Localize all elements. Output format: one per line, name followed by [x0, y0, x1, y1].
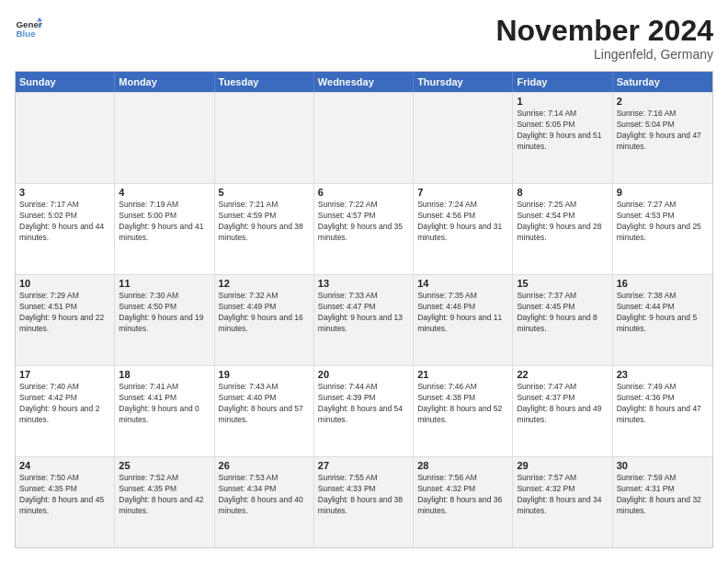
day-header-sunday: Sunday [16, 72, 115, 92]
day-cell-25: 25Sunrise: 7:52 AM Sunset: 4:35 PM Dayli… [115, 457, 214, 547]
day-number: 19 [219, 369, 310, 380]
day-info: Sunrise: 7:55 AM Sunset: 4:33 PM Dayligh… [318, 473, 409, 517]
day-number: 10 [19, 278, 110, 289]
day-number: 6 [318, 187, 409, 198]
svg-text:Blue: Blue [17, 29, 37, 39]
page: General Blue November 2024 Lingenfeld, G… [0, 0, 728, 563]
day-cell-30: 30Sunrise: 7:59 AM Sunset: 4:31 PM Dayli… [613, 457, 712, 547]
day-header-friday: Friday [513, 72, 612, 92]
calendar-row-2: 10Sunrise: 7:29 AM Sunset: 4:51 PM Dayli… [16, 274, 712, 365]
day-number: 13 [318, 278, 409, 289]
title-block: November 2024 Lingenfeld, Germany [495, 15, 713, 62]
day-info: Sunrise: 7:25 AM Sunset: 4:54 PM Dayligh… [517, 200, 608, 244]
calendar: SundayMondayTuesdayWednesdayThursdayFrid… [15, 71, 713, 548]
day-cell-17: 17Sunrise: 7:40 AM Sunset: 4:42 PM Dayli… [16, 366, 115, 456]
day-header-thursday: Thursday [414, 72, 513, 92]
day-info: Sunrise: 7:22 AM Sunset: 4:57 PM Dayligh… [318, 200, 409, 244]
day-info: Sunrise: 7:53 AM Sunset: 4:34 PM Dayligh… [219, 473, 310, 517]
day-header-saturday: Saturday [613, 72, 712, 92]
day-number: 4 [119, 187, 210, 198]
day-info: Sunrise: 7:33 AM Sunset: 4:47 PM Dayligh… [318, 291, 409, 335]
day-info: Sunrise: 7:41 AM Sunset: 4:41 PM Dayligh… [119, 382, 210, 426]
day-cell-11: 11Sunrise: 7:30 AM Sunset: 4:50 PM Dayli… [115, 275, 214, 365]
day-cell-10: 10Sunrise: 7:29 AM Sunset: 4:51 PM Dayli… [16, 275, 115, 365]
day-cell-2: 2Sunrise: 7:16 AM Sunset: 5:04 PM Daylig… [613, 93, 712, 183]
day-number: 26 [219, 460, 310, 471]
day-info: Sunrise: 7:46 AM Sunset: 4:38 PM Dayligh… [417, 382, 508, 426]
day-number: 24 [19, 460, 110, 471]
day-number: 14 [417, 278, 508, 289]
day-cell-28: 28Sunrise: 7:56 AM Sunset: 4:32 PM Dayli… [414, 457, 513, 547]
day-number: 3 [19, 187, 110, 198]
day-info: Sunrise: 7:56 AM Sunset: 4:32 PM Dayligh… [417, 473, 508, 517]
empty-cell-0-2 [215, 93, 314, 183]
day-cell-9: 9Sunrise: 7:27 AM Sunset: 4:53 PM Daylig… [613, 184, 712, 274]
day-cell-21: 21Sunrise: 7:46 AM Sunset: 4:38 PM Dayli… [414, 366, 513, 456]
day-cell-29: 29Sunrise: 7:57 AM Sunset: 4:32 PM Dayli… [513, 457, 612, 547]
day-cell-13: 13Sunrise: 7:33 AM Sunset: 4:47 PM Dayli… [314, 275, 414, 365]
day-info: Sunrise: 7:21 AM Sunset: 4:59 PM Dayligh… [219, 200, 310, 244]
day-cell-27: 27Sunrise: 7:55 AM Sunset: 4:33 PM Dayli… [314, 457, 414, 547]
day-cell-16: 16Sunrise: 7:38 AM Sunset: 4:44 PM Dayli… [613, 275, 712, 365]
day-number: 9 [617, 187, 709, 198]
day-number: 29 [517, 460, 608, 471]
day-cell-8: 8Sunrise: 7:25 AM Sunset: 4:54 PM Daylig… [513, 184, 612, 274]
day-info: Sunrise: 7:43 AM Sunset: 4:40 PM Dayligh… [219, 382, 310, 426]
month-title: November 2024 [495, 15, 713, 47]
calendar-body: 1Sunrise: 7:14 AM Sunset: 5:05 PM Daylig… [16, 92, 712, 547]
day-info: Sunrise: 7:16 AM Sunset: 5:04 PM Dayligh… [617, 109, 709, 153]
day-number: 28 [417, 460, 508, 471]
day-info: Sunrise: 7:52 AM Sunset: 4:35 PM Dayligh… [119, 473, 210, 517]
day-number: 27 [318, 460, 409, 471]
empty-cell-0-1 [115, 93, 214, 183]
day-number: 21 [417, 369, 508, 380]
day-cell-15: 15Sunrise: 7:37 AM Sunset: 4:45 PM Dayli… [513, 275, 612, 365]
day-info: Sunrise: 7:32 AM Sunset: 4:49 PM Dayligh… [219, 291, 310, 335]
day-cell-5: 5Sunrise: 7:21 AM Sunset: 4:59 PM Daylig… [215, 184, 314, 274]
day-info: Sunrise: 7:50 AM Sunset: 4:35 PM Dayligh… [19, 473, 110, 517]
day-cell-1: 1Sunrise: 7:14 AM Sunset: 5:05 PM Daylig… [513, 93, 612, 183]
day-number: 11 [119, 278, 210, 289]
day-info: Sunrise: 7:49 AM Sunset: 4:36 PM Dayligh… [617, 382, 709, 426]
day-info: Sunrise: 7:30 AM Sunset: 4:50 PM Dayligh… [119, 291, 210, 335]
day-info: Sunrise: 7:44 AM Sunset: 4:39 PM Dayligh… [318, 382, 409, 426]
day-cell-19: 19Sunrise: 7:43 AM Sunset: 4:40 PM Dayli… [215, 366, 314, 456]
day-info: Sunrise: 7:37 AM Sunset: 4:45 PM Dayligh… [517, 291, 608, 335]
logo-icon: General Blue [15, 15, 42, 42]
day-info: Sunrise: 7:47 AM Sunset: 4:37 PM Dayligh… [517, 382, 608, 426]
logo: General Blue [15, 15, 42, 42]
empty-cell-0-0 [16, 93, 115, 183]
empty-cell-0-3 [314, 93, 414, 183]
day-cell-18: 18Sunrise: 7:41 AM Sunset: 4:41 PM Dayli… [115, 366, 214, 456]
empty-cell-0-4 [414, 93, 513, 183]
day-number: 2 [617, 96, 709, 107]
day-cell-14: 14Sunrise: 7:35 AM Sunset: 4:46 PM Dayli… [414, 275, 513, 365]
day-number: 18 [119, 369, 210, 380]
day-number: 22 [517, 369, 608, 380]
calendar-row-3: 17Sunrise: 7:40 AM Sunset: 4:42 PM Dayli… [16, 365, 712, 456]
day-header-monday: Monday [115, 72, 214, 92]
day-number: 20 [318, 369, 409, 380]
day-cell-3: 3Sunrise: 7:17 AM Sunset: 5:02 PM Daylig… [16, 184, 115, 274]
calendar-row-1: 3Sunrise: 7:17 AM Sunset: 5:02 PM Daylig… [16, 183, 712, 274]
day-number: 1 [517, 96, 608, 107]
day-cell-6: 6Sunrise: 7:22 AM Sunset: 4:57 PM Daylig… [314, 184, 414, 274]
day-number: 16 [617, 278, 709, 289]
day-info: Sunrise: 7:40 AM Sunset: 4:42 PM Dayligh… [19, 382, 110, 426]
day-cell-23: 23Sunrise: 7:49 AM Sunset: 4:36 PM Dayli… [613, 366, 712, 456]
calendar-row-0: 1Sunrise: 7:14 AM Sunset: 5:05 PM Daylig… [16, 92, 712, 183]
day-header-wednesday: Wednesday [314, 72, 414, 92]
day-number: 8 [517, 187, 608, 198]
day-cell-22: 22Sunrise: 7:47 AM Sunset: 4:37 PM Dayli… [513, 366, 612, 456]
day-info: Sunrise: 7:19 AM Sunset: 5:00 PM Dayligh… [119, 200, 210, 244]
location: Lingenfeld, Germany [495, 47, 713, 62]
day-number: 17 [19, 369, 110, 380]
day-info: Sunrise: 7:24 AM Sunset: 4:56 PM Dayligh… [417, 200, 508, 244]
day-info: Sunrise: 7:27 AM Sunset: 4:53 PM Dayligh… [617, 200, 709, 244]
day-info: Sunrise: 7:17 AM Sunset: 5:02 PM Dayligh… [19, 200, 110, 244]
day-info: Sunrise: 7:14 AM Sunset: 5:05 PM Dayligh… [517, 109, 608, 153]
day-number: 5 [219, 187, 310, 198]
day-number: 30 [617, 460, 709, 471]
day-cell-20: 20Sunrise: 7:44 AM Sunset: 4:39 PM Dayli… [314, 366, 414, 456]
day-header-tuesday: Tuesday [215, 72, 314, 92]
